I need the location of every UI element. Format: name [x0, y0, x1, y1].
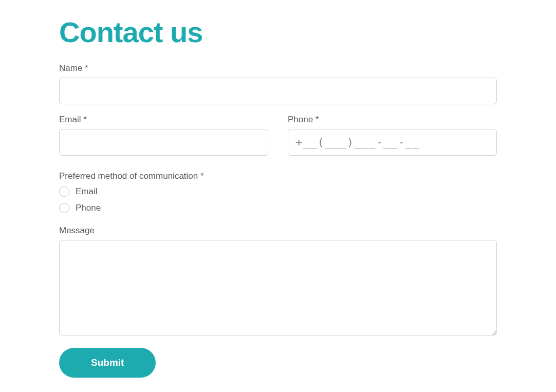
preferred-method-legend: Preferred method of communication * — [59, 171, 497, 181]
message-textarea[interactable] — [59, 240, 497, 335]
name-input[interactable] — [59, 78, 497, 104]
name-label: Name * — [59, 63, 497, 73]
phone-label: Phone * — [288, 115, 497, 125]
page-title: Contact us — [59, 15, 497, 49]
message-group: Message — [59, 226, 497, 335]
submit-button[interactable]: Submit — [59, 348, 156, 378]
message-label: Message — [59, 226, 497, 236]
phone-group: Phone * — [288, 115, 497, 156]
email-label: Email * — [59, 115, 268, 125]
radio-option-email[interactable]: Email — [59, 186, 497, 197]
radio-label-phone: Phone — [76, 203, 101, 213]
radio-icon — [59, 186, 69, 197]
radio-option-phone[interactable]: Phone — [59, 203, 497, 213]
email-group: Email * — [59, 115, 268, 156]
radio-label-email: Email — [76, 186, 98, 197]
preferred-method-group: Preferred method of communication * Emai… — [59, 171, 497, 213]
radio-icon — [59, 203, 69, 213]
name-group: Name * — [59, 63, 497, 104]
email-input[interactable] — [59, 129, 268, 156]
phone-input[interactable] — [288, 129, 497, 156]
